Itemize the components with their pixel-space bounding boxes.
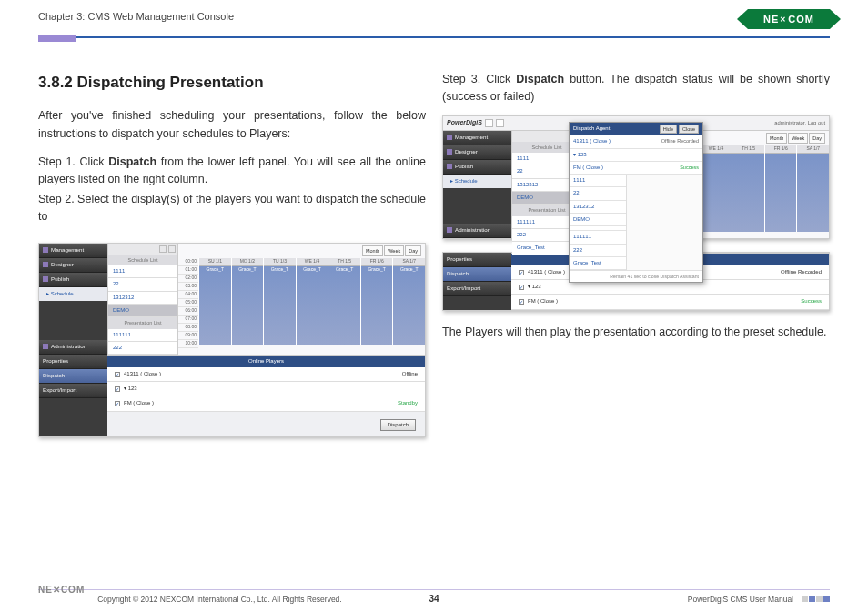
page-number: 34 <box>429 594 439 604</box>
hide-button[interactable]: Hide <box>660 125 677 135</box>
product-logo: PowerDigiS <box>447 118 482 128</box>
manual-name: PowerDigiS CMS User Manual <box>688 595 793 604</box>
nav-administration[interactable]: Administration <box>443 224 511 238</box>
dialog-title: Dispatch Agent <box>573 125 610 133</box>
nexcom-logo: NE✕COM <box>748 9 830 29</box>
nav-exportimport[interactable]: Export/Import <box>39 384 107 398</box>
nav-designer[interactable]: Designer <box>39 258 107 273</box>
screenshot-dispatch-modal: PowerDigiS administrator, Log out Manage… <box>442 115 830 239</box>
view-day-button[interactable]: Day <box>809 133 825 145</box>
screenshot-dispatch-step1: Management Designer Publish ▸ Schedule A… <box>38 243 426 437</box>
toolbar-icon[interactable] <box>496 119 504 127</box>
checkbox-icon[interactable] <box>115 401 120 406</box>
nav-management[interactable]: Management <box>443 131 511 145</box>
accent-bar <box>38 35 76 42</box>
nav-publish[interactable]: Publish <box>39 273 107 287</box>
chapter-title: Chapter 3: CMS Web Management Console <box>38 11 234 22</box>
nav-management[interactable]: Management <box>39 244 107 258</box>
copyright: Copyright © 2012 NEXCOM International Co… <box>97 595 341 604</box>
step-1: Step 1. Click Dispatch from the lower le… <box>38 154 426 189</box>
player-row[interactable]: FM ( Close )Standby <box>107 396 425 411</box>
view-month-button[interactable]: Month <box>766 133 787 145</box>
section-heading: 3.8.2 Dispatching Presentation <box>38 71 426 95</box>
nav-schedule[interactable]: ▸ Schedule <box>443 175 511 188</box>
nav-schedule[interactable]: ▸ Schedule <box>39 287 107 301</box>
close-button[interactable]: Close <box>679 125 699 135</box>
checkbox-icon[interactable] <box>115 386 120 392</box>
list-item[interactable]: 22 <box>108 278 177 291</box>
user-label[interactable]: administrator, Log out <box>774 119 825 127</box>
list-item[interactable]: DEMO <box>108 305 177 317</box>
intro-paragraph: After you've finished scheduling your pr… <box>38 107 426 143</box>
presentation-list-header: Presentation List <box>108 317 177 329</box>
list-item[interactable]: 111111 <box>108 329 177 342</box>
view-week-button[interactable]: Week <box>788 133 808 145</box>
schedule-list-header: Schedule List <box>108 255 177 266</box>
step-3: Step 3. Click Dispatch button. The dispa… <box>442 71 830 106</box>
view-week-button[interactable]: Week <box>384 245 404 257</box>
view-month-button[interactable]: Month <box>362 245 383 257</box>
left-sidebar: Management Designer Publish ▸ Schedule A… <box>39 244 107 355</box>
dispatch-button[interactable]: Dispatch <box>380 419 416 431</box>
online-players-header: Online Players <box>107 356 425 367</box>
footer-logo: NE✕COM <box>38 585 85 595</box>
nav-dispatch[interactable]: Dispatch <box>39 369 107 384</box>
dialog-footer: Remain 41 sec to close Dispatch Assistan… <box>570 270 702 282</box>
toolbar-icon[interactable] <box>485 119 493 127</box>
step-2: Step 2. Select the display(s) of the pla… <box>38 191 426 226</box>
list-item[interactable]: 222 <box>108 342 177 355</box>
footer-squares-icon <box>801 596 830 602</box>
nav-properties[interactable]: Properties <box>443 253 511 267</box>
nav-designer[interactable]: Designer <box>443 145 511 160</box>
list-item[interactable]: 1312312 <box>108 292 177 305</box>
player-row[interactable]: ▾ 123 <box>107 382 425 396</box>
closing-paragraph: The Players will then play the presentat… <box>442 324 830 341</box>
player-row[interactable]: 41311 ( Close )Offline <box>107 367 425 382</box>
dispatch-agent-dialog: Dispatch Agent Hide Close 41311 ( Close … <box>569 122 703 284</box>
view-day-button[interactable]: Day <box>405 245 421 257</box>
nav-publish[interactable]: Publish <box>443 160 511 175</box>
list-item[interactable]: 1111 <box>108 265 177 278</box>
player-row[interactable]: FM ( Close )Success <box>511 295 829 309</box>
nav-exportimport[interactable]: Export/Import <box>443 282 511 296</box>
nav-properties[interactable]: Properties <box>39 355 107 369</box>
nav-dispatch[interactable]: Dispatch <box>443 267 511 282</box>
nav-administration[interactable]: Administration <box>39 340 107 355</box>
checkbox-icon[interactable] <box>115 372 120 377</box>
